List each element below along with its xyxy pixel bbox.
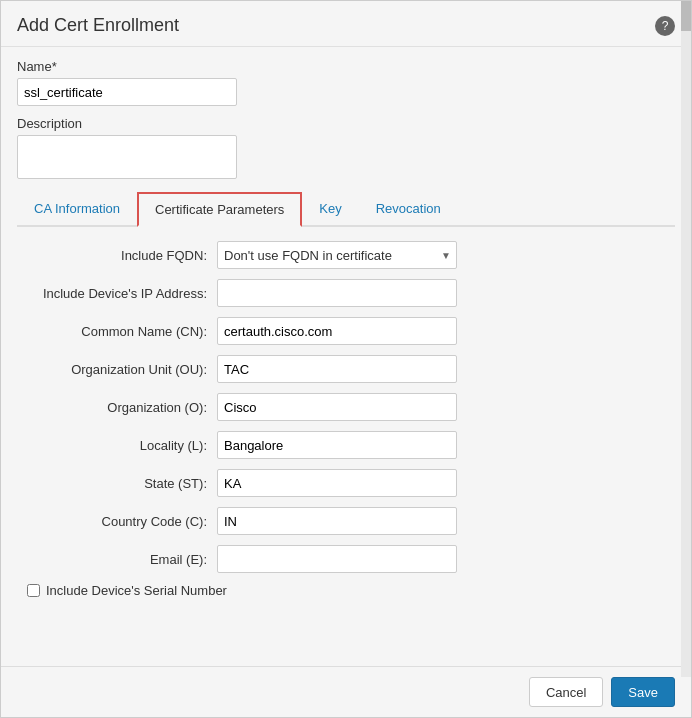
name-field-group: Name* [17,59,675,106]
locality-row: Locality (L): [17,431,675,459]
save-button[interactable]: Save [611,677,675,707]
include-fqdn-input-wrapper: Don't use FQDN in certificate Use device… [217,241,457,269]
org-unit-input[interactable] [217,355,457,383]
serial-number-checkbox[interactable] [27,584,40,597]
dialog-header: Add Cert Enrollment ? [1,1,691,47]
serial-number-row: Include Device's Serial Number [27,583,675,598]
country-row: Country Code (C): [17,507,675,535]
tabs: CA Information Certificate Parameters Ke… [17,192,675,227]
description-label: Description [17,116,675,131]
include-device-ip-input-wrapper [217,279,457,307]
include-device-ip-label: Include Device's IP Address: [17,286,217,301]
tab-content-certificate-parameters: Include FQDN: Don't use FQDN in certific… [17,227,675,598]
include-device-ip-row: Include Device's IP Address: [17,279,675,307]
email-row: Email (E): [17,545,675,573]
cancel-button[interactable]: Cancel [529,677,603,707]
country-input[interactable] [217,507,457,535]
include-fqdn-select[interactable]: Don't use FQDN in certificate Use device… [217,241,457,269]
include-fqdn-select-wrapper: Don't use FQDN in certificate Use device… [217,241,457,269]
locality-label: Locality (L): [17,438,217,453]
state-input-wrapper [217,469,457,497]
common-name-input-wrapper [217,317,457,345]
include-fqdn-label: Include FQDN: [17,248,217,263]
common-name-row: Common Name (CN): [17,317,675,345]
country-input-wrapper [217,507,457,535]
include-fqdn-row: Include FQDN: Don't use FQDN in certific… [17,241,675,269]
email-label: Email (E): [17,552,217,567]
email-input[interactable] [217,545,457,573]
tab-ca-information[interactable]: CA Information [17,192,137,227]
name-label: Name* [17,59,675,74]
email-input-wrapper [217,545,457,573]
organization-input[interactable] [217,393,457,421]
name-input[interactable] [17,78,237,106]
org-unit-row: Organization Unit (OU): [17,355,675,383]
org-unit-input-wrapper [217,355,457,383]
dialog-title: Add Cert Enrollment [17,15,179,36]
description-field-group: Description [17,116,675,182]
organization-label: Organization (O): [17,400,217,415]
organization-row: Organization (O): [17,393,675,421]
tab-key[interactable]: Key [302,192,358,227]
add-cert-enrollment-dialog: Add Cert Enrollment ? Name* Description … [0,0,692,718]
country-label: Country Code (C): [17,514,217,529]
state-label: State (ST): [17,476,217,491]
help-icon[interactable]: ? [655,16,675,36]
locality-input[interactable] [217,431,457,459]
organization-input-wrapper [217,393,457,421]
dialog-body: Name* Description CA Information Certifi… [1,47,691,666]
state-input[interactable] [217,469,457,497]
common-name-label: Common Name (CN): [17,324,217,339]
common-name-input[interactable] [217,317,457,345]
org-unit-label: Organization Unit (OU): [17,362,217,377]
include-device-ip-input[interactable] [217,279,457,307]
scrollbar-track[interactable] [681,1,691,677]
serial-number-label: Include Device's Serial Number [46,583,227,598]
scrollbar-thumb[interactable] [681,1,691,31]
tab-revocation[interactable]: Revocation [359,192,458,227]
dialog-footer: Cancel Save [1,666,691,717]
description-input[interactable] [17,135,237,179]
state-row: State (ST): [17,469,675,497]
locality-input-wrapper [217,431,457,459]
tab-certificate-parameters[interactable]: Certificate Parameters [137,192,302,227]
